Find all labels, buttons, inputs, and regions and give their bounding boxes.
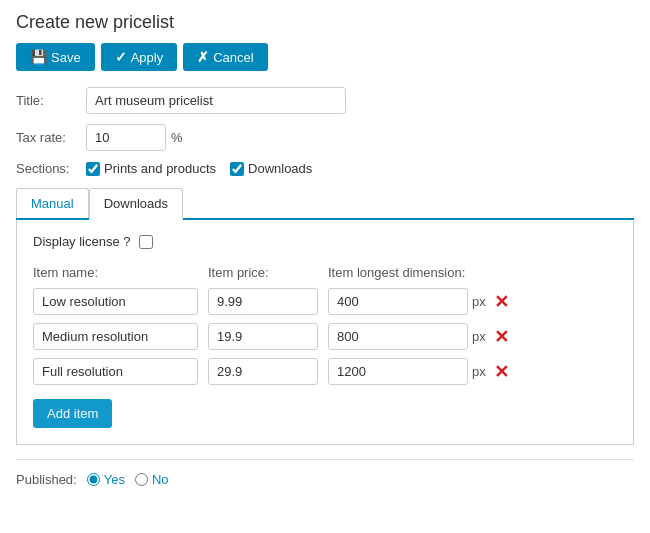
title-label: Title:	[16, 93, 86, 108]
item-dim-2[interactable]	[328, 358, 468, 385]
tab-downloads[interactable]: Downloads	[89, 188, 183, 220]
tabs: Manual Downloads	[16, 188, 634, 220]
check-icon: ✓	[115, 49, 127, 65]
sections-checkboxes: Prints and products Downloads	[86, 161, 312, 176]
table-row: px ✕	[33, 323, 617, 350]
title-row: Title:	[16, 87, 634, 114]
display-license-label: Display license ?	[33, 234, 131, 249]
toolbar: 💾 Save ✓ Apply ✗ Cancel	[16, 43, 634, 71]
table-row: px ✕	[33, 288, 617, 315]
prints-checkbox-item[interactable]: Prints and products	[86, 161, 216, 176]
item-name-2[interactable]	[33, 358, 198, 385]
sections-row: Sections: Prints and products Downloads	[16, 161, 634, 176]
table-row: px ✕	[33, 358, 617, 385]
item-dim-1[interactable]	[328, 323, 468, 350]
published-radio-group: Yes No	[87, 472, 169, 487]
prints-checkbox[interactable]	[86, 162, 100, 176]
px-label-2: px	[472, 364, 486, 379]
tab-manual[interactable]: Manual	[16, 188, 89, 218]
delete-row-2[interactable]: ✕	[492, 363, 511, 381]
published-no-radio[interactable]	[135, 473, 148, 486]
taxrate-label: Tax rate:	[16, 130, 86, 145]
page-title: Create new pricelist	[16, 12, 634, 33]
tab-content: Display license ? Item name: Item price:…	[16, 220, 634, 445]
x-icon: ✗	[197, 49, 209, 65]
col-price-header: Item price:	[208, 265, 328, 280]
prints-label: Prints and products	[104, 161, 216, 176]
published-yes-item[interactable]: Yes	[87, 472, 125, 487]
delete-row-0[interactable]: ✕	[492, 293, 511, 311]
published-no-label: No	[152, 472, 169, 487]
downloads-label: Downloads	[248, 161, 312, 176]
published-label: Published:	[16, 472, 77, 487]
item-name-0[interactable]	[33, 288, 198, 315]
cancel-button[interactable]: ✗ Cancel	[183, 43, 267, 71]
downloads-checkbox[interactable]	[230, 162, 244, 176]
delete-row-1[interactable]: ✕	[492, 328, 511, 346]
published-yes-label: Yes	[104, 472, 125, 487]
taxrate-input[interactable]	[86, 124, 166, 151]
item-price-0[interactable]	[208, 288, 318, 315]
display-license-row: Display license ?	[33, 234, 617, 249]
sections-label: Sections:	[16, 161, 86, 176]
item-name-1[interactable]	[33, 323, 198, 350]
item-dim-0[interactable]	[328, 288, 468, 315]
title-input[interactable]	[86, 87, 346, 114]
col-name-header: Item name:	[33, 265, 208, 280]
item-price-1[interactable]	[208, 323, 318, 350]
save-icon: 💾	[30, 49, 47, 65]
page-container: Create new pricelist 💾 Save ✓ Apply ✗ Ca…	[0, 0, 650, 507]
col-dimension-header: Item longest dimension:	[328, 265, 617, 280]
save-button[interactable]: 💾 Save	[16, 43, 95, 71]
display-license-checkbox[interactable]	[139, 235, 153, 249]
item-price-2[interactable]	[208, 358, 318, 385]
apply-button[interactable]: ✓ Apply	[101, 43, 178, 71]
items-header: Item name: Item price: Item longest dime…	[33, 265, 617, 280]
published-no-item[interactable]: No	[135, 472, 169, 487]
published-yes-radio[interactable]	[87, 473, 100, 486]
taxrate-row: Tax rate: %	[16, 124, 634, 151]
taxrate-unit: %	[171, 130, 183, 145]
downloads-checkbox-item[interactable]: Downloads	[230, 161, 312, 176]
add-item-button[interactable]: Add item	[33, 399, 112, 428]
px-label-1: px	[472, 329, 486, 344]
published-row: Published: Yes No	[16, 459, 634, 487]
px-label-0: px	[472, 294, 486, 309]
